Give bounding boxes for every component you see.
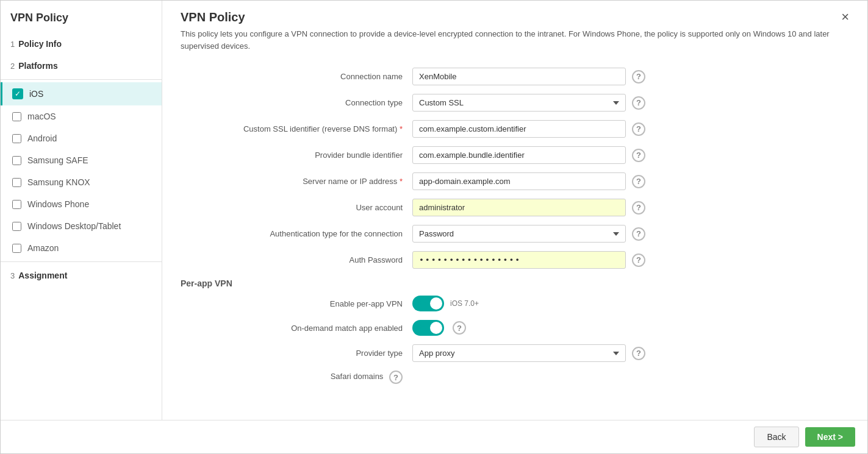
android-checkbox[interactable] (12, 134, 21, 143)
page-description: This policy lets you configure a VPN con… (181, 28, 835, 52)
next-button[interactable]: Next > (805, 427, 855, 447)
on-demand-toggle-on-label: ON (417, 323, 428, 330)
safari-domains-label: Safari domains ? (181, 371, 412, 384)
on-demand-match-label: On-demand match app enabled (181, 324, 412, 333)
platform-item-samsung-knox[interactable]: Samsung KNOX (1, 171, 162, 193)
windows-desktop-checkbox[interactable] (12, 222, 21, 231)
auth-type-label: Authentication type for the connection (181, 229, 412, 238)
auth-password-help-icon[interactable]: ? (632, 254, 645, 267)
platform-label-amazon: Amazon (27, 243, 59, 253)
on-demand-match-toggle[interactable]: ON (412, 320, 444, 336)
connection-name-row: Connection name ? (181, 68, 849, 85)
platform-item-samsung-safe[interactable]: Samsung SAFE (1, 149, 162, 171)
provider-bundle-input[interactable] (412, 146, 626, 164)
back-button[interactable]: Back (754, 427, 798, 447)
server-name-input[interactable] (412, 172, 626, 190)
step2-num: 2 (10, 62, 15, 71)
platform-item-amazon[interactable]: Amazon (1, 237, 162, 259)
enable-per-app-vpn-row: Enable per-app VPN ON iOS 7.0+ (181, 296, 849, 311)
platform-label-samsung-knox: Samsung KNOX (27, 177, 90, 187)
sidebar-title: VPN Policy (1, 1, 162, 33)
platform-item-ios[interactable]: iOS (1, 82, 162, 105)
modal-body: VPN Policy 1 Policy Info 2 Platforms iOS… (1, 1, 867, 420)
server-name-label: Server name or IP address * (181, 177, 412, 186)
main-content: VPN Policy This policy lets you configur… (162, 1, 867, 420)
enable-per-app-vpn-slider: ON (412, 296, 444, 311)
step3-label: Assignment (18, 271, 67, 280)
on-demand-match-row: On-demand match app enabled ON ? (181, 320, 849, 336)
on-demand-match-toggle-container: ON ? (412, 320, 466, 336)
connection-type-row: Connection type Custom SSL L2TP PPTP IPS… (181, 94, 849, 112)
enable-per-app-vpn-label: Enable per-app VPN (181, 299, 412, 308)
server-name-row: Server name or IP address * ? (181, 172, 849, 190)
provider-type-label: Provider type (181, 349, 412, 358)
user-account-row: User account ? (181, 199, 849, 216)
platform-item-windows-phone[interactable]: Windows Phone (1, 193, 162, 215)
ios-check-icon (12, 88, 23, 99)
provider-type-select[interactable]: App proxy Packet tunnel (412, 344, 626, 362)
step2-nav[interactable]: 2 Platforms (1, 55, 162, 77)
macos-checkbox[interactable] (12, 112, 21, 121)
custom-ssl-input[interactable] (412, 120, 626, 138)
modal-container: VPN Policy 1 Policy Info 2 Platforms iOS… (0, 0, 868, 454)
windows-phone-checkbox[interactable] (12, 200, 21, 209)
platform-label-macos: macOS (27, 112, 56, 121)
platform-label-samsung-safe: Samsung SAFE (27, 155, 88, 165)
step1-label: Policy Info (18, 39, 62, 49)
safari-domains-help-icon[interactable]: ? (389, 371, 403, 384)
step3-num: 3 (10, 271, 15, 280)
platform-label-android: Android (27, 133, 57, 143)
step1-num: 1 (10, 40, 15, 49)
enable-per-app-vpn-toggle-container: ON iOS 7.0+ (412, 296, 479, 311)
platform-item-android[interactable]: Android (1, 127, 162, 149)
connection-name-input[interactable] (412, 68, 626, 85)
auth-type-select[interactable]: Password Certificate RSA SecurID (412, 225, 626, 243)
auth-password-input[interactable] (412, 251, 626, 269)
amazon-checkbox[interactable] (12, 244, 21, 253)
step3-nav[interactable]: 3 Assignment (1, 264, 162, 286)
user-account-help-icon[interactable]: ? (632, 201, 645, 215)
user-account-label: User account (181, 203, 412, 212)
on-demand-help-icon[interactable]: ? (453, 321, 466, 335)
samsung-safe-checkbox[interactable] (12, 156, 21, 165)
enable-per-app-vpn-toggle[interactable]: ON (412, 296, 444, 311)
samsung-knox-checkbox[interactable] (12, 178, 21, 187)
provider-bundle-help-icon[interactable]: ? (632, 149, 645, 162)
connection-name-help-icon[interactable]: ? (632, 70, 645, 83)
server-name-required: * (400, 177, 403, 186)
on-demand-match-slider: ON (412, 320, 444, 336)
provider-bundle-label: Provider bundle identifier (181, 151, 412, 160)
divider2 (1, 261, 162, 262)
provider-type-help-icon[interactable]: ? (632, 347, 645, 360)
connection-type-label: Connection type (181, 98, 412, 107)
provider-bundle-row: Provider bundle identifier ? (181, 146, 849, 164)
server-name-help-icon[interactable]: ? (632, 175, 645, 188)
custom-ssl-label: Custom SSL identifier (reverse DNS forma… (181, 124, 412, 133)
custom-ssl-help-icon[interactable]: ? (632, 122, 645, 136)
user-account-input[interactable] (412, 199, 626, 216)
auth-type-help-icon[interactable]: ? (632, 227, 645, 241)
toggle-on-label: ON (417, 299, 428, 306)
platform-label-ios: iOS (29, 89, 43, 99)
platform-item-macos[interactable]: macOS (1, 105, 162, 127)
sidebar: VPN Policy 1 Policy Info 2 Platforms iOS… (1, 1, 162, 420)
step2-label: Platforms (18, 61, 58, 71)
close-button[interactable]: × (841, 10, 849, 24)
connection-type-select[interactable]: Custom SSL L2TP PPTP IPSec IKEv2 (412, 94, 626, 112)
safari-domains-row: Safari domains ? (181, 371, 849, 384)
platform-label-windows-phone: Windows Phone (27, 199, 89, 209)
provider-type-row: Provider type App proxy Packet tunnel ? (181, 344, 849, 362)
divider1 (1, 79, 162, 80)
per-app-vpn-section-header: Per-app VPN (181, 278, 849, 288)
auth-password-label: Auth Password (181, 255, 412, 264)
step1-nav[interactable]: 1 Policy Info (1, 33, 162, 55)
connection-type-help-icon[interactable]: ? (632, 96, 645, 110)
connection-name-label: Connection name (181, 72, 412, 81)
page-title: VPN Policy (181, 10, 835, 24)
custom-ssl-required: * (400, 124, 403, 133)
platform-item-windows-desktop[interactable]: Windows Desktop/Tablet (1, 215, 162, 237)
platform-label-windows-desktop: Windows Desktop/Tablet (27, 221, 121, 231)
enable-per-app-vpn-note: iOS 7.0+ (450, 299, 479, 308)
modal-footer: Back Next > (1, 420, 867, 453)
custom-ssl-row: Custom SSL identifier (reverse DNS forma… (181, 120, 849, 138)
